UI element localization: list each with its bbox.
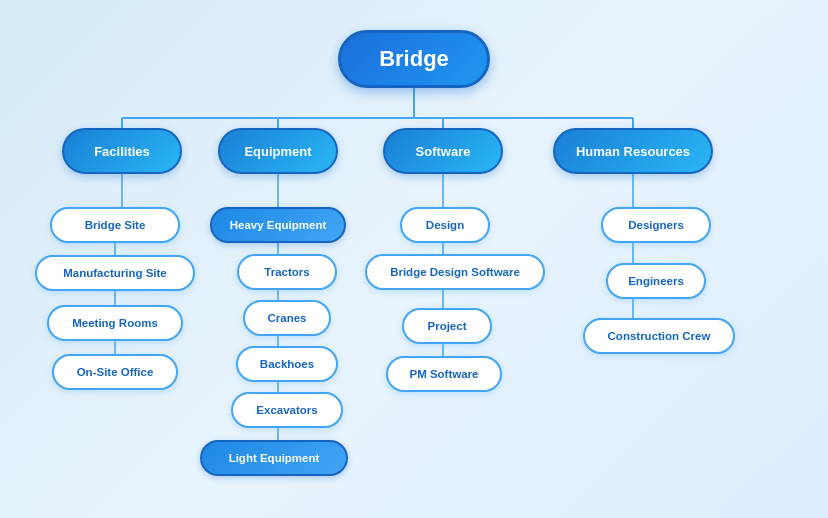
backhoes-node: Backhoes bbox=[236, 346, 338, 382]
excavators-label: Excavators bbox=[256, 404, 317, 416]
pm-software-node: PM Software bbox=[386, 356, 502, 392]
meeting-rooms-node: Meeting Rooms bbox=[47, 305, 183, 341]
pm-software-label: PM Software bbox=[409, 368, 478, 380]
designers-label: Designers bbox=[628, 219, 684, 231]
bridge-design-software-node: Bridge Design Software bbox=[365, 254, 545, 290]
bridge-design-software-label: Bridge Design Software bbox=[390, 266, 520, 278]
onsite-office-node: On-Site Office bbox=[52, 354, 178, 390]
designers-node: Designers bbox=[601, 207, 711, 243]
heavy-equipment-label: Heavy Equipment bbox=[230, 219, 327, 231]
engineers-node: Engineers bbox=[606, 263, 706, 299]
root-node: Bridge bbox=[338, 30, 490, 88]
equipment-node: Equipment bbox=[218, 128, 338, 174]
construction-crew-node: Construction Crew bbox=[583, 318, 735, 354]
org-chart: Bridge Facilities Equipment Software Hum… bbox=[0, 0, 828, 518]
engineers-label: Engineers bbox=[628, 275, 684, 287]
hr-label: Human Resources bbox=[576, 144, 690, 159]
backhoes-label: Backhoes bbox=[260, 358, 314, 370]
light-equipment-label: Light Equipment bbox=[229, 452, 320, 464]
hr-node: Human Resources bbox=[553, 128, 713, 174]
facilities-node: Facilities bbox=[62, 128, 182, 174]
manufacturing-site-node: Manufacturing Site bbox=[35, 255, 195, 291]
facilities-label: Facilities bbox=[94, 144, 150, 159]
light-equipment-node: Light Equipment bbox=[200, 440, 348, 476]
cranes-label: Cranes bbox=[268, 312, 307, 324]
design-label: Design bbox=[426, 219, 464, 231]
construction-crew-label: Construction Crew bbox=[608, 330, 711, 342]
design-node: Design bbox=[400, 207, 490, 243]
meeting-rooms-label: Meeting Rooms bbox=[72, 317, 158, 329]
software-label: Software bbox=[416, 144, 471, 159]
tractors-node: Tractors bbox=[237, 254, 337, 290]
manufacturing-site-label: Manufacturing Site bbox=[63, 267, 167, 279]
root-label: Bridge bbox=[379, 46, 449, 72]
tractors-label: Tractors bbox=[264, 266, 309, 278]
cranes-node: Cranes bbox=[243, 300, 331, 336]
software-node: Software bbox=[383, 128, 503, 174]
bridge-site-label: Bridge Site bbox=[85, 219, 146, 231]
heavy-equipment-node: Heavy Equipment bbox=[210, 207, 346, 243]
bridge-site-node: Bridge Site bbox=[50, 207, 180, 243]
project-label: Project bbox=[428, 320, 467, 332]
excavators-node: Excavators bbox=[231, 392, 343, 428]
onsite-office-label: On-Site Office bbox=[77, 366, 154, 378]
equipment-label: Equipment bbox=[244, 144, 311, 159]
project-node: Project bbox=[402, 308, 492, 344]
